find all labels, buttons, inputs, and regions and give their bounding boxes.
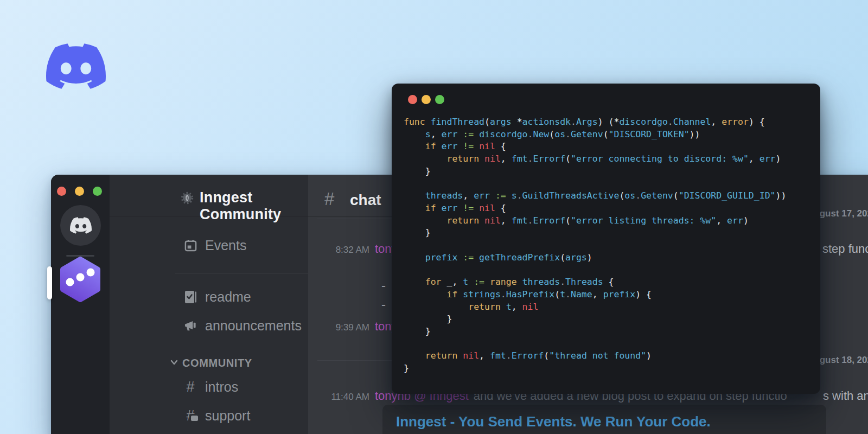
close-window-button[interactable]: [408, 95, 417, 104]
book-check-icon: [183, 290, 197, 304]
chevron-down-icon: [170, 360, 178, 365]
sidebar-item-label: readme: [205, 289, 251, 305]
community-badge-icon: [181, 192, 194, 205]
calendar-icon: [183, 239, 197, 252]
inngest-server-button[interactable]: [60, 257, 100, 302]
code-content: func findThread(args *actionsdk.Args) (*…: [404, 116, 815, 388]
category-community[interactable]: COMMUNITY: [110, 354, 308, 372]
sidebar-item-label: announcements: [205, 318, 302, 334]
chat-bubble-icon: [191, 416, 198, 421]
minimize-window-button[interactable]: [422, 95, 431, 104]
sidebar-item-label: Events: [205, 238, 246, 253]
discord-window-controls: [57, 187, 102, 196]
server-header[interactable]: Inngest Community: [110, 175, 308, 216]
embed-title-link[interactable]: Inngest - You Send Events. We Run Your C…: [396, 413, 711, 430]
message-timestamp: 11:40 AM: [324, 392, 369, 403]
message-timestamp: 8:32 AM: [324, 245, 369, 256]
hash-icon: #: [183, 379, 197, 395]
code-editor-window: func findThread(args *actionsdk.Args) (*…: [392, 84, 820, 394]
discord-home-button[interactable]: [60, 205, 101, 246]
sidebar-item-support[interactable]: # support: [110, 407, 308, 424]
message-text-fragment: s with an: [823, 389, 868, 403]
server-name: Inngest Community: [200, 189, 308, 223]
sidebar-item-label: support: [205, 408, 250, 424]
channel-name: chat: [350, 192, 381, 209]
category-label: COMMUNITY: [182, 357, 252, 369]
sidebar-item-readme[interactable]: readme: [110, 288, 308, 305]
sidebar-item-announcements[interactable]: announcements: [110, 317, 308, 334]
discord-clyde-icon: [70, 217, 92, 234]
close-window-button[interactable]: [57, 187, 66, 196]
hash-icon: #: [324, 189, 334, 209]
sidebar-item-intros[interactable]: # intros: [110, 378, 308, 395]
message-bullet: -: [381, 297, 386, 312]
message-bullet: -: [381, 278, 386, 293]
active-server-pill: [47, 266, 52, 299]
sidebar-item-label: intros: [205, 379, 238, 395]
message-text-fragment: step functions: [822, 242, 868, 256]
minimize-window-button[interactable]: [75, 187, 84, 196]
channel-sidebar: Inngest Community Events: [110, 175, 308, 434]
sidebar-item-events[interactable]: Events: [110, 237, 308, 254]
discord-logo-icon: [46, 43, 106, 89]
link-embed: Inngest - You Send Events. We Run Your C…: [382, 405, 826, 434]
server-rail: [51, 175, 110, 434]
zoom-window-button[interactable]: [93, 187, 102, 196]
code-window-controls: [408, 95, 444, 104]
message-timestamp: 9:39 AM: [324, 322, 369, 333]
zoom-window-button[interactable]: [435, 95, 444, 104]
inngest-hexagon-icon: [60, 257, 100, 302]
megaphone-icon: [183, 320, 197, 332]
